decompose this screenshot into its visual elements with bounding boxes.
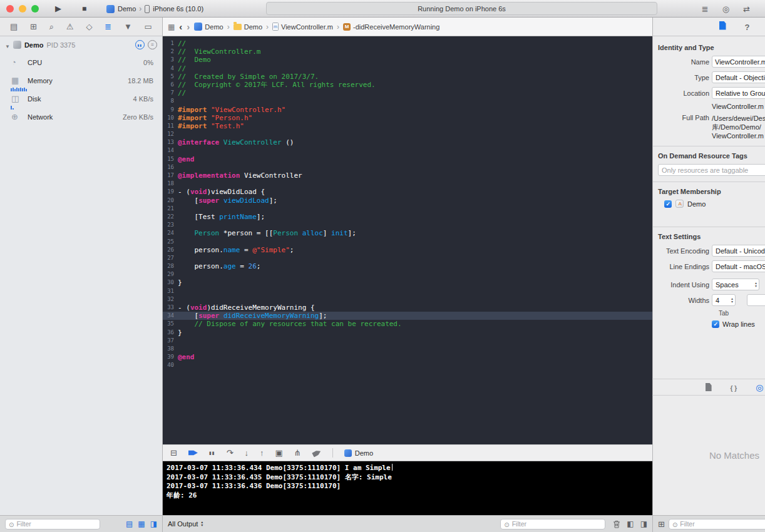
jumpbar-crumb[interactable]: Demo [234,23,262,31]
code-line[interactable]: 15@end [163,155,652,163]
code-line[interactable]: 6// Copyright © 2017年 LCF. All rights re… [163,81,652,89]
code-line[interactable]: 18 [163,180,652,188]
code-line[interactable]: 19- (void)viewDidLoad { [163,188,652,196]
line-number[interactable]: 25 [163,238,178,246]
line-number[interactable]: 5 [163,73,178,81]
code-line[interactable]: 22 [Test printName]; [163,213,652,221]
code-line[interactable]: 17@implementation ViewController [163,171,652,180]
wrap-lines-checkbox[interactable] [712,320,719,328]
jumpbar-crumb[interactable]: mViewController.m [272,23,333,31]
line-number[interactable]: 6 [163,81,178,89]
process-row[interactable]: Demo PID 3375 [0,36,162,53]
line-number[interactable]: 17 [163,171,178,180]
line-number[interactable]: 35 [163,320,178,328]
code-line[interactable]: 4// [163,64,652,73]
code-line[interactable]: 36} [163,329,652,337]
code-line[interactable]: 10#import "Person.h" [163,114,652,122]
console-filter-field[interactable] [500,519,605,529]
line-number[interactable]: 27 [163,254,178,262]
resource-tags-input[interactable] [662,166,765,174]
navigator-filter-field[interactable] [5,519,100,529]
file-type-popup[interactable]: Default - Objecti [712,71,765,83]
line-number[interactable]: 36 [163,329,178,337]
file-inspector-tab[interactable] [719,21,726,33]
code-line[interactable]: 24 Person *person = [[Person alloc] init… [163,229,652,237]
line-endings-popup[interactable]: Default - macOS [712,260,765,272]
resource-tags-field[interactable] [658,164,765,176]
report-navigator-icon[interactable]: ▭ [145,22,152,31]
view-hierarchy-icon[interactable]: ▣ [275,449,283,457]
code-line[interactable]: 3// Demo [163,56,652,64]
library-view-grid-icon[interactable] [658,518,665,529]
code-line[interactable]: 30} [163,279,652,287]
file-name-field[interactable] [712,56,765,68]
breakpoint-navigator-icon[interactable]: ▼ [124,22,132,31]
issue-navigator-icon[interactable]: ⚠ [66,22,74,31]
file-template-library-icon[interactable] [706,383,712,391]
console-pane-toggle-icon[interactable]: ◨ [640,519,647,528]
code-line[interactable]: 35 // Dispose of any resources that can … [163,320,652,328]
line-number[interactable]: 24 [163,229,178,237]
line-number[interactable]: 37 [163,337,178,345]
run-button[interactable]: ▶ [55,0,61,18]
line-number[interactable]: 11 [163,122,178,130]
debug-navigator-icon[interactable]: ≣ [105,22,111,31]
clear-console-button[interactable] [613,520,620,528]
pause-process-button[interactable] [135,40,145,49]
line-number[interactable]: 23 [163,221,178,229]
line-number[interactable]: 19 [163,188,178,196]
code-line[interactable]: 20 [super viewDidLoad]; [163,197,652,205]
gauge-row-network[interactable]: ⊕NetworkZero KB/s [0,108,162,126]
code-snippet-library-icon[interactable] [731,382,737,393]
code-line[interactable]: 26 person.name = @"Simple"; [163,246,652,254]
gauge-row-cpu[interactable]: ◔CPU0% [0,53,162,71]
standard-editor-icon[interactable]: ≣ [702,4,709,14]
line-number[interactable]: 29 [163,270,178,279]
navigator-filter-input[interactable] [16,520,96,528]
line-number[interactable]: 9 [163,106,178,114]
code-line[interactable]: 16 [163,163,652,171]
code-line[interactable]: 5// Created by Simple on 2017/3/7. [163,73,652,81]
line-number[interactable]: 30 [163,279,178,287]
jumpbar-crumb[interactable]: Demo [194,23,223,31]
code-line[interactable]: 25 [163,238,652,246]
gauge-row-memory[interactable]: ▦Memory18.2 MB [0,71,162,90]
line-number[interactable]: 15 [163,155,178,163]
code-line[interactable]: 27 [163,254,652,262]
library-filter-input[interactable] [680,520,765,528]
line-number[interactable]: 40 [163,361,178,369]
stop-button[interactable]: ■ [82,0,86,18]
memory-graph-icon[interactable]: ⋔ [294,449,301,457]
code-line[interactable]: 34 [super didReceiveMemoryWarning]; [163,312,652,320]
version-editor-icon[interactable]: ⇄ [743,4,750,14]
close-window-button[interactable] [6,5,14,13]
console-filter-input[interactable] [512,520,602,528]
line-number[interactable]: 8 [163,97,178,105]
indent-using-popup[interactable]: Spaces [712,279,759,290]
symbol-navigator-icon[interactable]: ⊞ [30,22,37,31]
line-number[interactable]: 28 [163,262,178,270]
step-out-icon[interactable]: ↑ [260,449,264,457]
project-navigator-icon[interactable]: ▤ [10,22,18,31]
variables-pane-toggle-icon[interactable]: ◧ [627,519,634,528]
line-number[interactable]: 32 [163,295,178,304]
code-line[interactable]: 11#import "Test.h" [163,122,652,130]
code-line[interactable]: 21 [163,205,652,213]
code-line[interactable]: 9#import "ViewController.h" [163,106,652,114]
code-line[interactable]: 38 [163,345,652,353]
minimize-window-button[interactable] [19,5,26,13]
tab-width-stepper[interactable]: 4 [712,294,736,306]
code-line[interactable]: 31 [163,287,652,295]
step-over-icon[interactable]: ↷ [227,449,234,457]
console-area[interactable]: 2017-03-07 11:33:36.434 Demo[3375:111017… [163,461,652,515]
quick-help-tab[interactable] [745,21,750,33]
hide-debug-area-icon[interactable]: ⊟ [170,449,177,457]
assistant-editor-icon[interactable]: ◎ [722,4,729,14]
memory-graph-button[interactable] [148,40,157,49]
scheme-selector[interactable]: Demo iPhone 6s (10.0) [106,0,203,18]
related-items-icon[interactable] [168,23,175,31]
line-number[interactable]: 31 [163,287,178,295]
code-line[interactable]: 33- (void)didReceiveMemoryWarning { [163,304,652,312]
text-encoding-popup[interactable]: Default - Unicod [712,245,765,257]
code-line[interactable]: 29 [163,270,652,279]
